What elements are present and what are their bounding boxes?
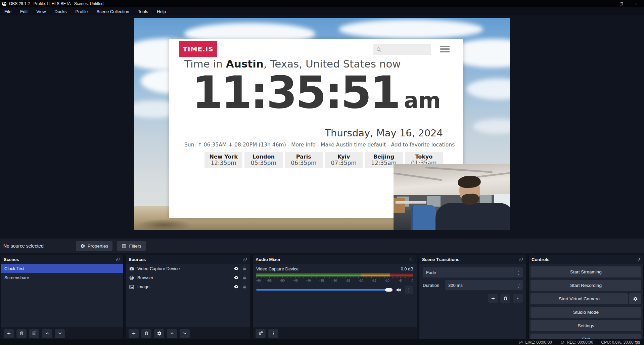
properties-button[interactable]: Properties <box>76 241 113 251</box>
chevron-up-icon <box>517 283 520 285</box>
timeis-search-box[interactable] <box>373 44 431 55</box>
remove-source-button[interactable] <box>141 329 151 338</box>
source-item-image[interactable]: Image <box>126 282 250 291</box>
chevron-down-icon <box>517 273 520 275</box>
preview-area[interactable]: TIME.IS Time in Austin, Texas, United St… <box>0 15 644 237</box>
filters-button[interactable]: Filters <box>117 241 146 251</box>
eye-visible-icon[interactable] <box>233 284 239 290</box>
mixer-source-name: Video Capture Device <box>256 266 298 271</box>
filter-icon <box>32 331 37 336</box>
add-transition-button[interactable] <box>488 294 498 303</box>
start-recording-button[interactable]: Start Recording <box>531 280 641 291</box>
menu-edit[interactable]: Edit <box>16 7 32 15</box>
window-title: OBS 29.1.2 - Profile: LLHLS BETA - Scene… <box>9 1 103 6</box>
remove-scene-button[interactable] <box>16 329 27 338</box>
popout-icon[interactable] <box>635 257 640 262</box>
advanced-audio-button[interactable] <box>256 329 266 338</box>
volume-meter-input <box>256 273 413 274</box>
transition-select[interactable]: Fade <box>423 267 523 277</box>
source-item-video-capture[interactable]: Video Capture Device <box>126 264 250 273</box>
trash-icon <box>503 296 508 301</box>
virtual-camera-settings-button[interactable] <box>629 293 641 304</box>
stream-inactive-icon <box>518 340 523 345</box>
city-newyork[interactable]: New York12:35pm <box>204 152 242 168</box>
hamburger-menu-icon[interactable] <box>440 46 450 52</box>
speaker-icon[interactable] <box>396 287 402 293</box>
make-default-link[interactable]: Make Austin time default <box>321 142 386 148</box>
plus-icon <box>491 296 496 301</box>
source-up-button[interactable] <box>167 329 177 338</box>
volume-slider[interactable] <box>256 289 393 291</box>
dots-vertical-icon <box>407 288 411 292</box>
chevron-down-icon <box>57 331 62 336</box>
transition-properties-button[interactable] <box>513 294 523 303</box>
chevron-down-icon <box>182 331 187 336</box>
city-kyiv[interactable]: Kyiv07:35pm <box>325 152 363 168</box>
timeis-clock: 11:35:51 am <box>192 70 441 115</box>
scene-up-button[interactable] <box>42 329 52 338</box>
lock-open-icon[interactable] <box>242 284 247 289</box>
menu-help[interactable]: Help <box>152 7 170 15</box>
menu-tools[interactable]: Tools <box>134 7 152 15</box>
menu-view[interactable]: View <box>32 7 50 15</box>
add-source-button[interactable] <box>129 329 139 338</box>
start-streaming-button[interactable]: Start Streaming <box>531 266 641 277</box>
scene-item-screenshare[interactable]: Screenshare <box>1 273 123 282</box>
status-bar: LIVE: 00:00:00 REC: 00:00:00 CPU: 0.6%, … <box>0 339 644 345</box>
scenes-toolbar <box>1 328 123 339</box>
exit-button[interactable]: Exit <box>531 334 641 339</box>
lock-open-icon[interactable] <box>242 275 247 280</box>
filter-icon <box>122 244 127 249</box>
eye-visible-icon[interactable] <box>233 275 239 281</box>
lock-open-icon[interactable] <box>242 266 247 271</box>
scene-item-clock-test[interactable]: Clock Test <box>1 264 123 273</box>
transitions-header: Scene Transitions <box>419 255 526 264</box>
source-item-browser[interactable]: Browser <box>126 273 250 282</box>
source-properties-button[interactable] <box>154 329 164 338</box>
add-favorites-link[interactable]: Add to favorite locations <box>391 142 455 148</box>
city-london[interactable]: London05:35pm <box>244 152 282 168</box>
scenes-list: Clock Test Screenshare <box>1 264 123 328</box>
gear-icon <box>157 331 162 336</box>
timeis-sun-line: Sun: ↑ 06:35AM ↓ 08:20PM (13h 46m) - Mor… <box>184 142 443 148</box>
popout-icon[interactable] <box>242 257 247 262</box>
mixer-menu-button[interactable] <box>268 329 278 338</box>
webcam-person-head <box>459 176 481 204</box>
source-down-button[interactable] <box>180 329 190 338</box>
rec-status: REC: 00:00:00 <box>560 340 593 345</box>
duration-spinbox[interactable]: 300 ms <box>445 280 523 290</box>
menu-file[interactable]: File <box>0 7 16 15</box>
popout-icon[interactable] <box>116 257 121 262</box>
search-icon <box>376 47 382 52</box>
restore-button[interactable] <box>614 0 629 7</box>
controls-panel: Controls Start Streaming Start Recording… <box>528 255 643 339</box>
add-scene-button[interactable] <box>4 329 14 338</box>
menu-scene-collection[interactable]: Scene Collection <box>92 7 134 15</box>
popout-icon[interactable] <box>518 257 523 262</box>
close-button[interactable] <box>629 0 644 7</box>
cloud-shape <box>339 19 483 39</box>
combo-arrows[interactable] <box>514 267 523 277</box>
popout-icon[interactable] <box>409 257 414 262</box>
remove-transition-button[interactable] <box>500 294 510 303</box>
start-virtual-camera-button[interactable]: Start Virtual Camera <box>531 293 628 304</box>
spin-arrows[interactable] <box>514 280 523 290</box>
more-info-link[interactable]: More info <box>291 142 315 148</box>
scene-down-button[interactable] <box>55 329 65 338</box>
record-inactive-icon <box>560 340 565 345</box>
scene-filters-button[interactable] <box>29 329 39 338</box>
settings-button[interactable]: Settings <box>531 320 641 331</box>
minimize-icon <box>604 2 608 6</box>
webcam-source[interactable] <box>394 164 510 230</box>
obs-window: OBS 29.1.2 - Profile: LLHLS BETA - Scene… <box>0 0 644 345</box>
menu-profile[interactable]: Profile <box>71 7 92 15</box>
minimize-button[interactable] <box>599 0 614 7</box>
city-paris[interactable]: Paris06:35pm <box>285 152 323 168</box>
scene-transitions-panel: Scene Transitions Fade Duration 300 ms <box>419 255 526 339</box>
volume-slider-handle[interactable] <box>385 288 393 292</box>
menu-docks[interactable]: Docks <box>50 7 71 15</box>
scene-canvas[interactable]: TIME.IS Time in Austin, Texas, United St… <box>134 18 510 230</box>
eye-visible-icon[interactable] <box>233 266 239 271</box>
studio-mode-button[interactable]: Studio Mode <box>531 307 641 318</box>
mixer-channel-menu-button[interactable] <box>405 286 413 294</box>
